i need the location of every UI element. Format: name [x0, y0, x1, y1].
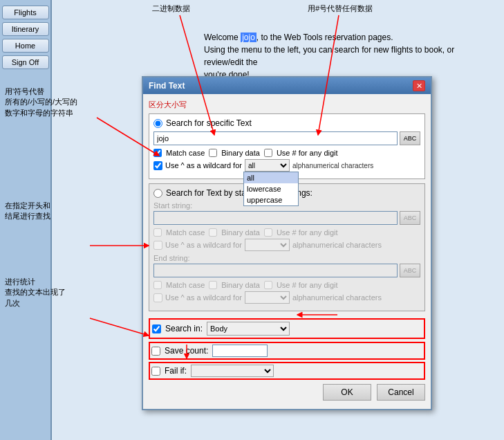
end-string-input[interactable] — [153, 264, 398, 277]
search-in-label: Search in: — [165, 324, 203, 333]
specific-text-section: Search for specific Text ABC Match case … — [149, 113, 425, 179]
wildcard-checkbox[interactable] — [153, 161, 162, 170]
end-alpha-label: alphanumerical characters — [292, 293, 382, 302]
end-wildcard-row: Use ^ as a wildcard for alphanumerical c… — [153, 291, 420, 304]
wildcard-container: Use ^ as a wildcard for all lowercase up… — [153, 159, 420, 172]
end-string-label: End string: — [153, 254, 420, 262]
start-wildcard-cb[interactable] — [153, 241, 162, 250]
wildcard-dropdown-open[interactable]: all lowercase uppercase — [243, 172, 299, 206]
cancel-button[interactable]: Cancel — [377, 384, 425, 401]
start-string-input-row: ABC — [153, 211, 420, 225]
search-text-input[interactable] — [153, 131, 398, 145]
radio-specific-text[interactable] — [153, 119, 162, 128]
checkboxes-row1: Match case Binary data Use # for any dig… — [153, 149, 420, 157]
end-checkboxes: Match case Binary data Use # for any dig… — [153, 281, 420, 289]
annotation-start-end: 在指定开头和结尾进行查找 — [5, 201, 88, 222]
end-string-btn[interactable]: ABC — [400, 264, 420, 277]
wildcard-select[interactable]: all lowercase uppercase — [245, 159, 290, 172]
binary-data-label: Binary data — [221, 149, 260, 157]
start-match-case-label: Match case — [166, 228, 205, 237]
alphanumerical-label: alphanumerical characters — [292, 162, 373, 169]
dialog-titlebar: Find Text ✕ — [143, 77, 431, 94]
start-wildcard-label: Use ^ as a wildcard for — [165, 241, 242, 249]
start-binary-cb[interactable] — [209, 228, 217, 237]
start-string-input[interactable] — [153, 211, 398, 225]
save-count-input[interactable] — [212, 345, 268, 357]
annotation-use-hash: 用#号代替任何数据 — [308, 3, 373, 14]
button-row: OK Cancel — [149, 384, 425, 401]
sidebar-btn-home[interactable]: Home — [2, 39, 49, 53]
search-in-select[interactable]: Body — [207, 322, 290, 336]
end-hash-label: Use # for any digit — [277, 281, 338, 289]
welcome-text1: Welcome — [204, 33, 241, 42]
dialog-body: 区分大小写 Search for specific Text ABC Match… — [143, 94, 431, 409]
start-binary-label: Binary data — [221, 228, 260, 237]
annotation-use-caret: 用'符号代替所有的/小写的/大写的数字和字母的字符串 — [5, 86, 105, 118]
bottom-section: Search in: Body Save count: Fail if: O — [149, 315, 425, 403]
radio-start-end[interactable] — [153, 189, 162, 198]
search-input-btn[interactable]: ABC — [400, 131, 420, 145]
end-wildcard-select[interactable] — [245, 291, 290, 304]
search-in-cb[interactable] — [152, 324, 161, 333]
main-content: Welcome jojo, to the Web Tools reservati… — [52, 0, 504, 440]
search-input-row: ABC — [153, 131, 420, 145]
start-hash-cb[interactable] — [264, 228, 272, 237]
welcome-text3: Using the menu to the left, you can sear… — [204, 45, 454, 67]
end-match-case-cb[interactable] — [153, 281, 162, 289]
welcome-highlight: jojo — [241, 33, 256, 42]
end-wildcard-label: Use ^ as a wildcard for — [165, 293, 242, 302]
use-hash-checkbox[interactable] — [264, 149, 272, 157]
welcome-text2: , to the Web Tools reservation pages. — [256, 33, 393, 42]
end-match-case-label: Match case — [166, 281, 205, 289]
end-string-input-row: ABC — [153, 264, 420, 277]
annotation-binary-data: 二进制数据 — [152, 3, 190, 14]
dropdown-option-all[interactable]: all — [244, 172, 298, 183]
start-wildcard-select[interactable] — [245, 239, 290, 251]
fail-if-label: Fail if: — [165, 366, 187, 376]
start-wildcard-row: Use ^ as a wildcard for alphanumerical c… — [153, 239, 420, 251]
dropdown-option-lowercase[interactable]: lowercase — [244, 183, 298, 194]
dialog-subtitle: 区分大小写 — [149, 100, 425, 110]
start-checkboxes: Match case Binary data Use # for any dig… — [153, 228, 420, 237]
ok-button[interactable]: OK — [323, 384, 371, 401]
fail-if-cb[interactable] — [151, 367, 160, 376]
start-string-btn[interactable]: ABC — [400, 211, 420, 225]
dropdown-option-uppercase[interactable]: uppercase — [244, 194, 298, 205]
start-match-case-cb[interactable] — [153, 228, 162, 237]
fail-if-row: Fail if: — [149, 362, 425, 380]
search-in-row: Search in: Body — [149, 318, 425, 339]
sidebar-btn-flights[interactable]: Flights — [2, 6, 49, 19]
dialog-title: Find Text — [149, 81, 185, 91]
save-count-row: Save count: — [149, 342, 425, 360]
end-wildcard-cb[interactable] — [153, 293, 162, 302]
wildcard-row: Use ^ as a wildcard for all lowercase up… — [153, 159, 420, 172]
start-hash-label: Use # for any digit — [277, 228, 338, 237]
dialog-close-button[interactable]: ✕ — [413, 80, 425, 91]
end-binary-cb[interactable] — [209, 281, 217, 289]
wildcard-label: Use ^ as a wildcard for — [165, 161, 242, 169]
sidebar-btn-itinerary[interactable]: Itinerary — [2, 22, 49, 36]
end-hash-cb[interactable] — [264, 281, 272, 289]
radio-specific-text-row: Search for specific Text — [153, 118, 420, 128]
start-alpha-label: alphanumerical characters — [292, 241, 382, 249]
match-case-label: Match case — [166, 149, 205, 157]
find-text-dialog: Find Text ✕ 区分大小写 Search for specific Te… — [142, 76, 432, 410]
sidebar-btn-signoff[interactable]: Sign Off — [2, 55, 49, 69]
use-hash-label: Use # for any digit — [277, 149, 338, 157]
fail-if-select[interactable] — [191, 365, 274, 377]
binary-data-checkbox[interactable] — [209, 149, 217, 157]
match-case-checkbox[interactable] — [153, 149, 162, 157]
radio-specific-text-label: Search for specific Text — [166, 118, 252, 128]
end-binary-label: Binary data — [221, 281, 260, 289]
save-count-cb[interactable] — [151, 347, 160, 356]
save-count-label: Save count: — [165, 346, 208, 356]
welcome-area: Welcome jojo, to the Web Tools reservati… — [204, 31, 494, 81]
annotation-count: 进行统计查找的文本出现了几次 — [5, 277, 88, 309]
